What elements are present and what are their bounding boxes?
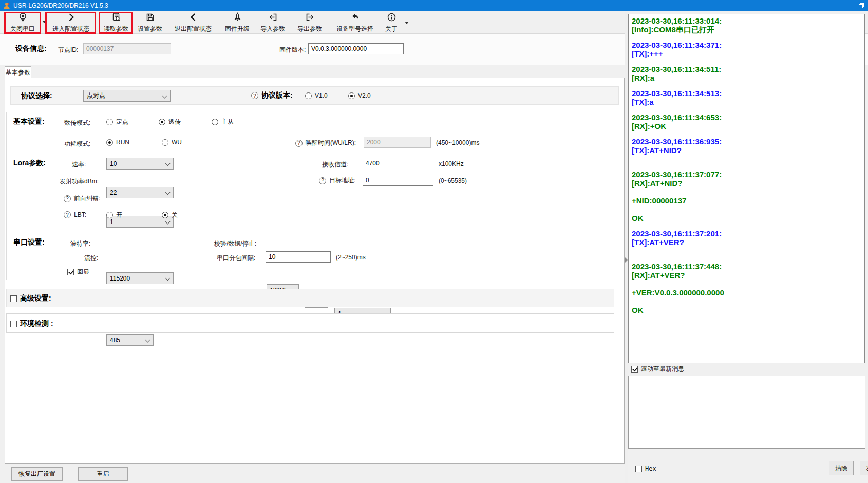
tx-power-combo[interactable]: 22 (106, 187, 174, 198)
radio-v1-circle[interactable] (305, 92, 312, 99)
radio-v1[interactable]: V1.0 (305, 92, 328, 99)
toolbar-button-exit-config[interactable]: 退出配置状态 (169, 12, 217, 33)
lbt-help-icon[interactable]: ? (64, 211, 71, 218)
export-params-icon (305, 12, 315, 22)
baud-rate-combo[interactable]: 115200 (106, 272, 174, 284)
environment-checkbox[interactable] (10, 321, 17, 327)
panel-splitter[interactable] (625, 11, 628, 483)
toolbar-button-label: 关于 (385, 25, 398, 33)
annotation-box-3 (99, 12, 133, 34)
toolbar-button-set-params[interactable]: 设置参数 (135, 12, 165, 33)
radio-power-run[interactable]: RUN (106, 139, 129, 146)
echo-checkbox-field[interactable]: 回显 (67, 268, 89, 276)
toolbar-button-label: 导入参数 (260, 25, 285, 33)
log-entry: 2023-03-30,16:11:37:448:[RX]:AT+VER? +VE… (632, 262, 861, 314)
scroll-latest-field[interactable]: 滚动至最新消息 (631, 365, 684, 374)
fec-label: 前向纠错: (74, 194, 100, 203)
radio-lbt-off[interactable]: 关 (162, 211, 178, 219)
rx-channel-unit: x100KHz (439, 160, 464, 168)
send-input[interactable] (628, 376, 865, 449)
protocol-select-label: 协议选择: (21, 91, 52, 101)
node-id-field[interactable] (83, 43, 171, 54)
protocol-version-label: 协议版本: (261, 91, 293, 100)
clear-button[interactable]: 清除 (829, 461, 854, 475)
protocol-select-combo[interactable]: 点对点 (83, 90, 171, 102)
basic-params-panel: 协议选择: 点对点 ? 协议版本: V1.0 V2.0 基本设置: 数传模式: … (5, 78, 625, 464)
toolbar-overflow-caret[interactable] (405, 22, 409, 24)
app-window: USR-LG206/DR206/DR216 V1.5.3 ─ 关闭串口 进入配置… (0, 0, 868, 483)
restore-factory-button[interactable]: 恢复出厂设置 (11, 467, 63, 481)
log-entry: 2023-03-30,16:11:37:077:[RX]:AT+NID? +NI… (632, 170, 861, 222)
toolbar-button-firmware-upgrade[interactable]: 固件升级 (222, 12, 253, 33)
device-row-gripper[interactable] (2, 37, 3, 62)
radio-v2[interactable]: V2.0 (348, 92, 371, 99)
log-entry: 2023-03-30,16:11:34:653:[RX]:+OK (632, 113, 861, 131)
advanced-settings-checkbox[interactable] (10, 295, 17, 302)
toolbar-button-about[interactable]: 关于 (382, 12, 401, 33)
serial-settings-label: 串口设置: (13, 238, 45, 247)
toolbar-button-label: 导出参数 (297, 25, 322, 33)
rx-channel-label: 接收信道: (322, 160, 348, 169)
minimize-button[interactable]: ─ (836, 2, 845, 9)
splitter-grip[interactable] (626, 221, 627, 257)
hex-checkbox[interactable] (635, 466, 642, 472)
toolbar-button-device-model-select[interactable]: 设备型号选择 (331, 12, 379, 33)
titlebar: USR-LG206/DR206/DR216 V1.5.3 ─ (0, 0, 868, 11)
window-title: USR-LG206/DR206/DR216 V1.5.3 (13, 2, 108, 9)
splitter-collapse-arrow-icon[interactable] (625, 257, 628, 263)
toolbar-button-label: 退出配置状态 (175, 25, 212, 33)
toolbar-button-export-params[interactable]: 导出参数 (294, 12, 326, 33)
toolbar-button-label: 设置参数 (138, 25, 162, 33)
scroll-latest-checkbox[interactable] (631, 366, 638, 373)
settings-box: 基本设置: 数传模式: 定点 透传 主从 功耗模式: RUN WU ? 唤醒时间… (6, 112, 614, 280)
basic-settings-label: 基本设置: (13, 117, 45, 126)
wake-time-range: (450~10000)ms (436, 139, 479, 146)
radio-data-mode-transparent[interactable]: 透传 (159, 118, 181, 126)
fec-help-icon[interactable]: ? (64, 195, 71, 202)
radio-data-mode-master-slave[interactable]: 主从 (212, 118, 234, 126)
radio-v2-circle[interactable] (348, 92, 355, 99)
environment-label: 环境检测 : (20, 319, 53, 328)
tab-basic-params[interactable]: 基本参数 (5, 66, 31, 78)
restart-button[interactable]: 重启 (78, 467, 128, 481)
import-params-icon (268, 12, 278, 22)
send-button-clipped[interactable]: 发送 (860, 461, 868, 475)
echo-label: 回显 (77, 268, 89, 276)
flow-control-combo[interactable]: 485 (106, 334, 154, 346)
protocol-version-help-icon[interactable]: ? (251, 92, 258, 99)
back-arrow-icon (350, 12, 360, 22)
annotation-box-1 (4, 12, 41, 34)
device-info-label: 设备信息: (15, 44, 47, 53)
hex-field[interactable]: Hex (635, 465, 656, 472)
radio-power-wu[interactable]: WU (162, 139, 182, 146)
radio-lbt-on[interactable]: 开 (106, 211, 122, 219)
restore-button[interactable] (859, 3, 864, 8)
toolbar-button-import-params[interactable]: 导入参数 (257, 12, 289, 33)
power-mode-label: 功耗模式: (64, 140, 90, 148)
wake-time-help-icon[interactable]: ? (295, 140, 303, 147)
environment-toggle[interactable]: 环境检测 : (10, 319, 53, 328)
toolbar-button-label: 设备型号选择 (336, 25, 373, 33)
echo-checkbox[interactable] (67, 269, 74, 275)
rx-channel-field[interactable] (363, 158, 433, 169)
target-address-help-icon[interactable]: ? (319, 177, 326, 184)
packet-interval-range: (2~250)ms (336, 254, 366, 261)
rate-combo[interactable]: 10 (106, 158, 174, 170)
environment-band: 环境检测 : (6, 313, 614, 333)
firmware-version-field[interactable] (308, 43, 404, 54)
toolbar-gripper[interactable] (2, 13, 3, 31)
radio-data-mode-fixed[interactable]: 定点 (106, 118, 128, 126)
target-address-field[interactable] (363, 175, 433, 186)
toolbar-button-label: 固件升级 (225, 25, 250, 33)
rate-label: 速率: (72, 160, 86, 169)
packet-interval-field[interactable] (266, 251, 331, 263)
serial-log-output[interactable]: 2023-03-30,16:11:33:014:[Info]:COM8串口已打开… (628, 14, 865, 363)
wake-time-field[interactable] (364, 137, 431, 148)
info-icon (387, 12, 397, 22)
app-icon (3, 2, 10, 9)
wake-time-label: 唤醒时间(WU/LR): (306, 139, 356, 147)
advanced-settings-toggle[interactable]: 高级设置: (10, 294, 51, 303)
tx-power-label: 发射功率dBm: (60, 177, 99, 186)
packet-interval-label: 串口分包间隔: (217, 254, 255, 263)
node-id-label: 节点ID: (58, 46, 78, 54)
